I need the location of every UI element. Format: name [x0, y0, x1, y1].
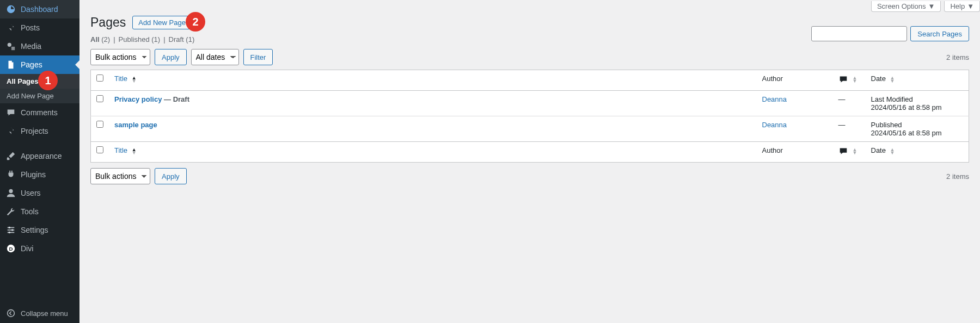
sidebar-subitem-add-new-page[interactable]: Add New Page: [0, 89, 79, 103]
date-filter-select[interactable]: All dates: [191, 49, 239, 65]
sidebar-item-label: Settings: [21, 226, 48, 234]
dashboard-icon: [5, 4, 16, 15]
sidebar-item-label: Appearance: [21, 152, 62, 160]
items-count-bottom: 2 items: [946, 172, 969, 181]
media-icon: [5, 41, 16, 52]
sort-icon: ▲▼: [853, 76, 857, 83]
pin-icon: [5, 126, 16, 136]
column-footer-title[interactable]: Title ▲▼: [109, 142, 757, 163]
column-header-title[interactable]: Title ▲▼: [109, 70, 757, 91]
divi-icon: D: [5, 243, 16, 254]
svg-point-7: [9, 232, 11, 234]
search-input[interactable]: [811, 26, 907, 41]
filter-tab-separator: |: [163, 35, 165, 44]
filter-tab-separator: |: [113, 35, 115, 44]
collapse-icon: [5, 308, 16, 319]
sidebar-subitem-label: All Pages: [7, 77, 39, 85]
column-footer-comments[interactable]: ▲▼: [833, 142, 866, 163]
sidebar-item-tools[interactable]: Tools: [0, 202, 79, 221]
sidebar-subitem-all-pages[interactable]: All Pages 1: [0, 74, 79, 89]
sidebar-item-comments[interactable]: Comments: [0, 103, 79, 122]
add-new-page-button[interactable]: Add New Page: [132, 16, 192, 29]
pages-table: Title ▲▼ Author ▲▼ Date: [90, 70, 969, 163]
sidebar-item-pages[interactable]: Pages: [0, 55, 79, 74]
settings-icon: [5, 225, 16, 235]
date-cell: Published 2024/05/16 at 8:58 pm: [866, 116, 969, 142]
filter-tab-draft[interactable]: Draft (1): [169, 35, 195, 44]
page-status-suffix: — Draft: [162, 95, 189, 103]
sort-icon: ▲▼: [890, 76, 895, 83]
bulk-actions-select[interactable]: Bulk actions: [90, 49, 150, 65]
column-footer-date[interactable]: Date ▲▼: [866, 142, 969, 163]
svg-point-10: [8, 310, 15, 317]
column-footer-author[interactable]: Author: [757, 142, 833, 163]
table-row: Privacy policy — Draft Deanna — Last Mod…: [91, 91, 969, 116]
page-title: Pages: [90, 15, 126, 30]
items-count-top: 2 items: [946, 53, 969, 61]
comment-icon: [838, 74, 848, 84]
page-title-link[interactable]: Privacy policy: [114, 95, 162, 103]
comment-icon: [5, 107, 16, 118]
sidebar-item-label: Tools: [21, 207, 39, 216]
sidebar-item-settings[interactable]: Settings: [0, 221, 79, 239]
annotation-badge-1: 1: [38, 71, 58, 90]
admin-sidebar: Dashboard Posts Media Pages All Pages 1: [0, 0, 79, 323]
apply-bulk-button-bottom[interactable]: Apply: [155, 168, 187, 184]
sidebar-subitem-label: Add New Page: [7, 92, 54, 100]
filter-tab-all[interactable]: All (2): [90, 35, 110, 44]
select-all-checkbox-top[interactable]: [96, 74, 103, 82]
sidebar-item-label: Media: [21, 42, 41, 51]
sidebar-item-label: Plugins: [21, 170, 46, 179]
sidebar-item-users[interactable]: Users: [0, 184, 79, 202]
svg-point-0: [8, 43, 11, 47]
sidebar-item-label: Dashboard: [21, 5, 58, 14]
author-link[interactable]: Deanna: [762, 121, 787, 129]
svg-text:D: D: [9, 246, 13, 252]
sidebar-item-label: Divi: [21, 244, 33, 253]
chevron-down-icon: ▼: [967, 2, 974, 10]
sidebar-item-label: Users: [21, 189, 41, 197]
sidebar-item-dashboard[interactable]: Dashboard: [0, 0, 79, 18]
sidebar-item-posts[interactable]: Posts: [0, 18, 79, 37]
user-icon: [5, 188, 16, 198]
sidebar-item-label: Projects: [21, 127, 48, 135]
sidebar-item-media[interactable]: Media: [0, 37, 79, 55]
main-content: Screen Options ▼ Help ▼ Pages Add New Pa…: [79, 0, 980, 323]
collapse-menu-label: Collapse menu: [21, 309, 68, 318]
sidebar-item-divi[interactable]: D Divi: [0, 239, 79, 258]
column-header-comments[interactable]: ▲▼: [833, 70, 866, 91]
column-header-author[interactable]: Author: [757, 70, 833, 91]
pin-icon: [5, 22, 16, 33]
row-checkbox[interactable]: [96, 121, 103, 128]
comments-cell: —: [833, 91, 866, 116]
apply-bulk-button[interactable]: Apply: [155, 49, 187, 65]
filter-tab-published[interactable]: Published (1): [119, 35, 161, 44]
svg-point-1: [9, 189, 13, 193]
sidebar-item-plugins[interactable]: Plugins: [0, 165, 79, 184]
table-row: sample page Deanna — Published 2024/05/1…: [91, 116, 969, 142]
sort-icon: ▲▼: [132, 148, 137, 154]
sort-icon: ▲▼: [132, 76, 137, 83]
plug-icon: [5, 169, 16, 180]
chevron-down-icon: ▼: [928, 2, 935, 10]
top-right-tabs: Screen Options ▼ Help ▼: [871, 1, 980, 12]
svg-point-5: [9, 227, 11, 229]
sidebar-item-appearance[interactable]: Appearance: [0, 147, 79, 165]
page-title-link[interactable]: sample page: [114, 121, 157, 129]
select-all-checkbox-bottom[interactable]: [96, 146, 103, 153]
help-button[interactable]: Help ▼: [944, 1, 980, 12]
search-pages-button[interactable]: Search Pages: [910, 26, 969, 41]
filter-button[interactable]: Filter: [243, 49, 273, 65]
sidebar-submenu-pages: All Pages 1 Add New Page: [0, 74, 79, 103]
sidebar-item-projects[interactable]: Projects: [0, 122, 79, 140]
row-checkbox[interactable]: [96, 95, 103, 102]
bulk-actions-select-bottom[interactable]: Bulk actions: [90, 168, 150, 184]
column-header-date[interactable]: Date ▲▼: [866, 70, 969, 91]
annotation-badge-2: 2: [186, 12, 205, 32]
comment-icon: [838, 146, 848, 156]
sidebar-item-label: Pages: [21, 60, 42, 69]
wrench-icon: [5, 206, 16, 217]
collapse-menu-button[interactable]: Collapse menu: [0, 303, 79, 323]
author-link[interactable]: Deanna: [762, 95, 787, 103]
screen-options-button[interactable]: Screen Options ▼: [871, 1, 941, 12]
